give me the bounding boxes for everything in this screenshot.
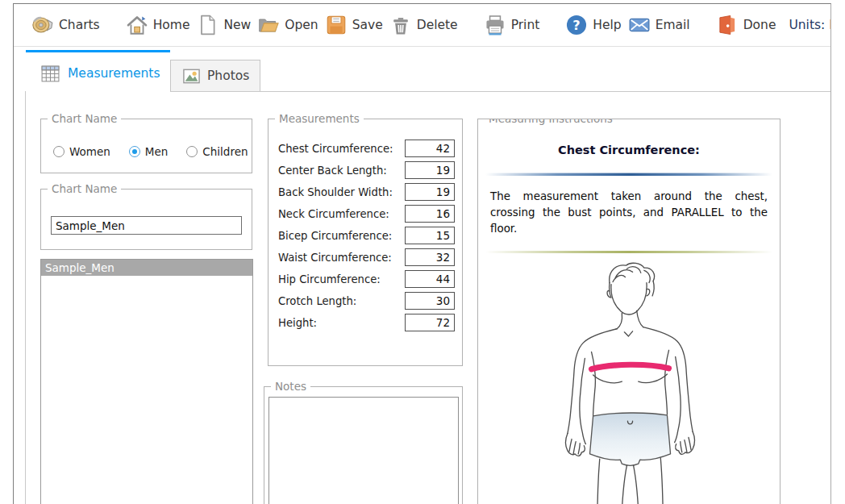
toolbar-button-help[interactable]: ? Help: [562, 11, 624, 39]
male-figure-illustration: [531, 260, 728, 504]
tab-label: Photos: [207, 69, 249, 83]
help-question-icon: ?: [565, 14, 588, 36]
measurement-label: Height:: [278, 317, 317, 329]
tape-measure-icon: [31, 14, 54, 36]
toolbar-button-charts[interactable]: Charts: [28, 11, 103, 39]
radio-label: Children: [202, 145, 248, 158]
instruction-title: Chest Circumference:: [478, 144, 780, 156]
measurement-row: Center Back Length:: [278, 161, 455, 179]
toolbar-button-home[interactable]: Home: [123, 11, 194, 39]
toolbar-button-print[interactable]: Print: [481, 11, 543, 39]
toolbar-button-done[interactable]: Done: [713, 11, 780, 39]
measurement-label: Bicep Circumference:: [278, 230, 392, 242]
svg-text:?: ?: [573, 18, 581, 33]
groupbox-legend: Chart Name: [48, 112, 121, 125]
toolbar: Charts Home New: [14, 4, 830, 47]
toolbar-button-label: Charts: [59, 18, 100, 32]
chart-type-groupbox: Chart Name Women Men Children: [40, 119, 252, 173]
notes-groupbox: Notes: [264, 386, 463, 504]
app-window: Charts Home New: [13, 3, 831, 504]
toolbar-button-new[interactable]: New: [193, 11, 254, 39]
measurement-row: Crotch Length:: [278, 292, 455, 310]
radio-label: Women: [69, 145, 110, 158]
email-envelope-icon: [628, 14, 651, 36]
chest-circumference-input[interactable]: [405, 140, 455, 157]
measurement-label: Hip Circumference:: [278, 273, 381, 285]
radio-circle-icon: [53, 146, 65, 157]
toolbar-button-delete[interactable]: Delete: [386, 11, 461, 39]
measurement-label: Neck Circumference:: [278, 208, 389, 220]
toolbar-button-email[interactable]: Email: [625, 11, 693, 39]
measuring-instructions-groupbox: Measuring Instructions Chest Circumferen…: [477, 119, 780, 504]
radio-women[interactable]: Women: [53, 145, 110, 158]
toolbar-button-label: Email: [656, 18, 690, 32]
measurement-label: Back Shoulder Width:: [278, 186, 393, 198]
measurements-tab-panel: Chart Name Women Men Children Chart Name: [25, 91, 830, 504]
radio-label: Men: [145, 145, 169, 158]
done-exit-icon: [716, 14, 739, 36]
bicep-circumference-input[interactable]: [405, 227, 455, 244]
measurement-label: Center Back Length:: [278, 165, 387, 177]
measurement-row: Hip Circumference:: [278, 270, 455, 288]
toolbar-button-label: Home: [153, 18, 190, 32]
toolbar-button-open[interactable]: Open: [254, 11, 321, 39]
save-floppy-icon: [325, 14, 348, 36]
chart-name-input[interactable]: [51, 216, 242, 235]
toolbar-button-save[interactable]: Save: [322, 11, 386, 39]
measurement-row: Bicep Circumference:: [278, 227, 455, 244]
blue-gradient-divider: [485, 173, 772, 176]
toolbar-button-label: Help: [593, 18, 621, 32]
toolbar-button-label: Delete: [417, 18, 458, 32]
measurement-row: Neck Circumference:: [278, 205, 455, 223]
height-input[interactable]: [405, 314, 455, 331]
hip-circumference-input[interactable]: [405, 270, 455, 288]
measurement-row: Back Shoulder Width:: [278, 183, 455, 201]
groupbox-legend: Measuring Instructions: [485, 119, 617, 125]
trash-icon: [389, 14, 412, 36]
toolbar-button-label: New: [223, 18, 251, 32]
crotch-length-input[interactable]: [405, 292, 455, 310]
chart-type-radio-row: Women Men Children: [41, 119, 252, 158]
chart-name-groupbox: Chart Name: [40, 189, 252, 250]
measurement-row: Chest Circumference:: [278, 140, 455, 157]
radio-circle-icon: [129, 146, 140, 157]
measurement-label: Chest Circumference:: [278, 143, 393, 155]
grid-table-icon: [40, 64, 60, 84]
notes-textarea[interactable]: [268, 397, 459, 504]
units-label: Units: IN: [789, 18, 831, 32]
tab-measurements[interactable]: Measurements: [26, 50, 170, 94]
toolbar-button-label: Print: [511, 18, 540, 32]
measurement-label: Waist Circumference:: [278, 252, 392, 264]
groupbox-legend: Measurements: [275, 112, 364, 125]
center-back-length-input[interactable]: [405, 161, 455, 179]
toolbar-button-label: Open: [285, 18, 318, 32]
list-item[interactable]: Sample_Men: [41, 260, 252, 276]
toolbar-button-label: Done: [743, 18, 776, 32]
chest-band: [591, 365, 668, 369]
measurement-row: Waist Circumference:: [278, 248, 455, 266]
groupbox-legend: Notes: [271, 380, 310, 393]
radio-children[interactable]: Children: [186, 145, 248, 158]
instruction-body: The measurement taken around the chest, …: [490, 189, 768, 237]
tab-photos[interactable]: Photos: [170, 60, 260, 91]
open-folder-icon: [257, 14, 280, 36]
toolbar-button-label: Save: [352, 18, 383, 32]
measurement-label: Crotch Length:: [278, 295, 356, 307]
radio-circle-icon: [186, 146, 198, 157]
photo-image-icon: [182, 67, 201, 85]
waist-circumference-input[interactable]: [405, 248, 455, 266]
groupbox-legend: Chart Name: [48, 182, 121, 195]
measurement-row: Height:: [278, 314, 455, 331]
printer-icon: [484, 14, 506, 36]
new-document-icon: [196, 14, 219, 36]
home-icon: [126, 14, 148, 36]
measurements-groupbox: Measurements Chest Circumference: Center…: [268, 119, 463, 366]
olive-gradient-divider: [485, 251, 772, 253]
neck-circumference-input[interactable]: [405, 205, 455, 223]
tab-label: Measurements: [68, 66, 160, 81]
back-shoulder-width-input[interactable]: [405, 183, 455, 201]
chart-listbox[interactable]: Sample_Men: [40, 259, 253, 504]
measurement-rows: Chest Circumference: Center Back Length:…: [268, 119, 462, 331]
radio-men[interactable]: Men: [129, 145, 169, 158]
